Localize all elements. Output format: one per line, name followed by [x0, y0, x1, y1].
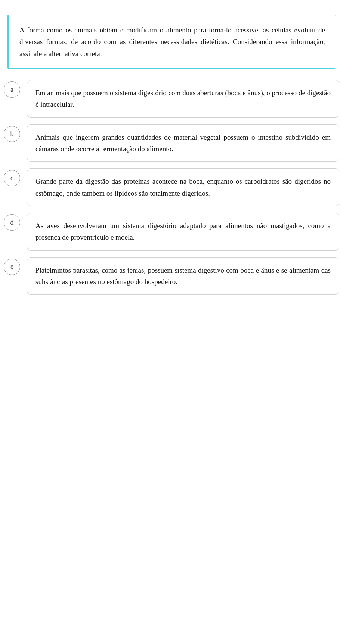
option-label-a[interactable]: a — [4, 81, 20, 98]
option-row-a[interactable]: aEm animais que possuem o sistema digest… — [4, 80, 339, 118]
option-card-b[interactable]: Animais que ingerem grandes quantidades … — [27, 124, 339, 162]
option-row-c[interactable]: cGrande parte da digestão das proteínas … — [4, 168, 339, 206]
option-row-d[interactable]: dAs aves desenvolveram um sistema digest… — [4, 213, 339, 251]
question-text: A forma como os animais obtêm e modifica… — [19, 24, 325, 59]
option-card-a[interactable]: Em animais que possuem o sistema digestó… — [27, 80, 339, 118]
option-label-b[interactable]: b — [4, 126, 20, 142]
option-card-d[interactable]: As aves desenvolveram um sistema digestó… — [27, 213, 339, 251]
option-row-e[interactable]: ePlatelmintos parasitas, como as tênias,… — [4, 257, 339, 295]
option-label-c[interactable]: c — [4, 170, 20, 186]
option-label-e[interactable]: e — [4, 259, 20, 275]
option-card-e[interactable]: Platelmintos parasitas, como as tênias, … — [27, 257, 339, 295]
option-row-b[interactable]: bAnimais que ingerem grandes quantidades… — [4, 124, 339, 162]
question-box: A forma como os animais obtêm e modifica… — [7, 15, 336, 69]
option-label-d[interactable]: d — [4, 214, 20, 231]
option-card-c[interactable]: Grande parte da digestão das proteínas a… — [27, 168, 339, 206]
options-container: aEm animais que possuem o sistema digest… — [0, 80, 343, 306]
